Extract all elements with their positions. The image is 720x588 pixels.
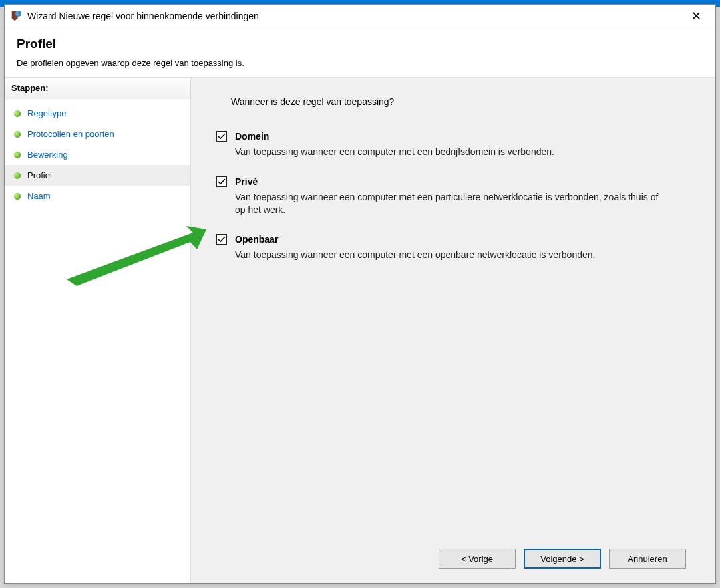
window-title: Wizard Nieuwe regel voor binnenkomende v… xyxy=(27,11,259,21)
option-prive: Privé Van toepassing wanneer een compute… xyxy=(216,176,695,217)
step-label: Profiel xyxy=(27,170,52,180)
step-bullet-icon xyxy=(14,172,21,179)
next-button[interactable]: Volgende > xyxy=(524,549,601,569)
steps-list: Regeltype Protocollen en poorten Bewerki… xyxy=(5,99,190,210)
steps-panel: Stappen: Regeltype Protocollen en poorte… xyxy=(5,78,191,583)
back-button[interactable]: < Vorige xyxy=(439,549,516,569)
close-icon: ✕ xyxy=(691,9,701,23)
step-bullet-icon xyxy=(14,152,21,158)
step-label: Naam xyxy=(27,191,51,201)
close-button[interactable]: ✕ xyxy=(681,6,711,26)
back-button-label: < Vorige xyxy=(461,554,493,564)
firewall-shield-icon xyxy=(10,10,22,22)
step-bewerking[interactable]: Bewerking xyxy=(5,144,190,165)
titlebar: Wizard Nieuwe regel voor binnenkomende v… xyxy=(5,5,715,27)
checkbox-domein[interactable] xyxy=(216,131,227,142)
content-question: Wanneer is deze regel van toepassing? xyxy=(231,96,695,107)
option-title: Domein xyxy=(235,131,269,142)
step-label: Regeltype xyxy=(27,108,67,118)
page-title: Profiel xyxy=(17,37,703,51)
check-icon xyxy=(218,132,226,140)
option-description: Van toepassing wanneer een computer met … xyxy=(235,146,661,159)
step-regeltype[interactable]: Regeltype xyxy=(5,103,190,124)
option-description: Van toepassing wanneer een computer met … xyxy=(235,191,661,217)
checkbox-openbaar[interactable] xyxy=(216,234,227,245)
check-icon xyxy=(218,178,226,186)
check-icon xyxy=(218,235,226,243)
content-panel: Wanneer is deze regel van toepassing? Do… xyxy=(191,78,715,583)
step-bullet-icon xyxy=(14,131,21,138)
option-title: Openbaar xyxy=(235,234,278,245)
main-area: Stappen: Regeltype Protocollen en poorte… xyxy=(5,78,715,583)
step-label: Bewerking xyxy=(27,150,68,160)
next-button-label: Volgende > xyxy=(540,554,584,564)
option-domein: Domein Van toepassing wanneer een comput… xyxy=(216,131,695,159)
profile-options: Domein Van toepassing wanneer een comput… xyxy=(216,131,695,279)
steps-heading: Stappen: xyxy=(5,78,190,99)
step-profiel[interactable]: Profiel xyxy=(5,165,190,186)
step-naam[interactable]: Naam xyxy=(5,186,190,206)
footer-buttons: < Vorige Volgende > Annuleren xyxy=(211,534,695,583)
checkbox-prive[interactable] xyxy=(216,176,227,187)
option-description: Van toepassing wanneer een computer met … xyxy=(235,249,661,262)
header-area: Profiel De profielen opgeven waarop deze… xyxy=(5,27,715,78)
titlebar-left: Wizard Nieuwe regel voor binnenkomende v… xyxy=(10,10,259,22)
cancel-button[interactable]: Annuleren xyxy=(609,549,686,569)
wizard-window: Wizard Nieuwe regel voor binnenkomende v… xyxy=(4,4,716,584)
step-protocollen[interactable]: Protocollen en poorten xyxy=(5,124,190,144)
cancel-button-label: Annuleren xyxy=(628,554,667,564)
option-openbaar: Openbaar Van toepassing wanneer een comp… xyxy=(216,234,695,262)
page-subtitle: De profielen opgeven waarop deze regel v… xyxy=(17,58,703,68)
option-title: Privé xyxy=(235,176,258,187)
step-label: Protocollen en poorten xyxy=(27,129,114,139)
step-bullet-icon xyxy=(14,193,21,200)
step-bullet-icon xyxy=(14,110,21,117)
